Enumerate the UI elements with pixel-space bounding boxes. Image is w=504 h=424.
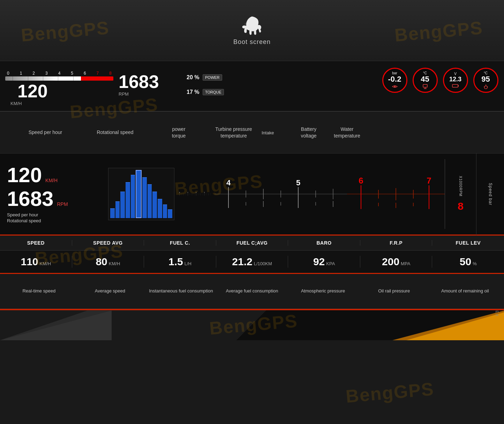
- svg-text:1: 1: [188, 192, 188, 193]
- footer-vertical-labels: E X: [495, 311, 499, 316]
- battery-voltage-label: Batteryvoltage: [289, 126, 328, 139]
- power-row: 20 % POWER: [187, 74, 241, 81]
- torque-label-text: torque: [172, 133, 186, 139]
- torque-row: 17 % TORQUE: [187, 89, 241, 95]
- rpm-area: 1683 RPM: [119, 73, 181, 99]
- svg-point-0: [394, 86, 396, 87]
- speed-unit: KM/H: [3, 101, 115, 106]
- bar-chart: [108, 168, 174, 220]
- rotational-speed-label: Rotational speed: [84, 129, 146, 135]
- sb-speed-value: 120: [7, 165, 42, 186]
- bl-avg-speed: Average speed: [75, 288, 146, 294]
- footer-stripe-left: [0, 311, 112, 340]
- svg-marker-77: [406, 312, 504, 340]
- dt-unit-speed-avg: KM/H: [109, 261, 120, 266]
- vert-label: E X: [495, 311, 499, 316]
- dt-cell-speed: 110 KM/H: [0, 256, 72, 268]
- temp1-gauge: °C 45: [412, 68, 438, 104]
- dt-header-fuel-cavg: FUEL C;AVG: [216, 240, 288, 246]
- voltage-icon: [452, 83, 459, 89]
- voltage-gauge: V 12.3: [442, 68, 468, 104]
- rpm-scale-red: 6 7: [347, 168, 445, 220]
- speed-bar-label: Speed bar: [488, 183, 493, 205]
- scale-8: 8: [109, 71, 112, 76]
- dt-val-fuel-c: 1.5: [168, 256, 183, 268]
- bl-oil-rail: Oil rail pressure: [359, 288, 430, 294]
- temp2-icon: [482, 84, 489, 89]
- svg-text:6: 6: [359, 176, 363, 185]
- sb-speed-label: Speed per hour: [7, 212, 101, 217]
- dt-header-fuel-lev: FUEL LEV: [432, 240, 504, 246]
- bl-realtime-speed: Real-time speed: [3, 288, 75, 294]
- battery-label-text: Batteryvoltage: [301, 126, 316, 138]
- rpm-scale: 0 1 2 3: [174, 168, 215, 220]
- bar-1: [110, 208, 115, 218]
- voltage-gauge-circle: V 12.3: [443, 68, 468, 93]
- bl-remaining-oil: Amount of remaining oil: [429, 288, 501, 294]
- dt-unit-fuel-lev: %: [473, 261, 477, 266]
- footer-stripe-right: [392, 311, 504, 340]
- svg-marker-75: [0, 311, 112, 340]
- power-label: POWER: [203, 74, 222, 81]
- svg-text:3: 3: [204, 192, 205, 193]
- header-section: Boot screen: [0, 0, 504, 61]
- scale-0: 0: [7, 71, 9, 76]
- bl-atm-pressure: Atmospheric pressure: [287, 288, 359, 294]
- gauge-bar-white: [5, 76, 81, 81]
- power-torque-label: power torque: [152, 126, 206, 139]
- dt-unit-speed: KM/H: [40, 261, 51, 266]
- temp1-value: 45: [421, 75, 429, 83]
- dt-header-baro: BARO: [288, 240, 360, 246]
- power-label-text: power: [172, 126, 185, 132]
- x1000-area: X1000RPM 8: [445, 159, 476, 229]
- speedbar-left: 120 KM/H 1683 RPM Speed per hour Rotatio…: [0, 158, 108, 230]
- rpm-scale-right-svg: 4 5: [215, 168, 347, 220]
- temp1-gauge-circle: °C 45: [413, 68, 438, 93]
- bar-3: [120, 192, 125, 218]
- power-torque-area: 20 % POWER 17 % TORQUE: [187, 74, 241, 98]
- labels-row: Speed per hour Rotational speed power to…: [0, 112, 504, 154]
- rpm-scale-red-svg: 6 7: [347, 168, 445, 220]
- footer-stripe-left-svg: [0, 311, 112, 340]
- gauge-bar: [5, 76, 113, 81]
- dt-val-frp: 200: [382, 256, 399, 268]
- dt-header-row: SPEED SPEED AVG FUEL C. FUEL C;AVG BARO …: [0, 236, 504, 251]
- dt-unit-fuel-cavg: L/100KM: [254, 261, 272, 266]
- bottom-labels-section: Real-time speed Average speed Instantane…: [0, 274, 504, 309]
- speed-display: 120: [3, 82, 115, 100]
- water-temperature-label: Watertemperature: [328, 126, 366, 139]
- dt-unit-frp: MPA: [401, 261, 410, 266]
- scale-8-red: 8: [458, 200, 464, 212]
- scale-7: 7: [97, 71, 99, 76]
- watermark-7: BengGPS: [345, 378, 435, 407]
- dashboard-section: 0 1 2 3 4 5 6 7 8 120: [0, 61, 504, 112]
- dt-cell-fuel-cavg: 21.2 L/100KM: [216, 256, 288, 268]
- turbine-pressure-label: Turbine pressure temperature: [206, 126, 262, 139]
- svg-rect-5: [458, 85, 459, 87]
- bar-5: [131, 175, 135, 218]
- scale-3: 3: [45, 71, 48, 76]
- svg-text:0: 0: [179, 192, 180, 193]
- dt-unit-fuel-c: L/H: [185, 261, 191, 266]
- turbine-label-text: Turbine pressure temperature: [215, 126, 252, 138]
- speedbar-section: 120 KM/H 1683 RPM Speed per hour Rotatio…: [0, 154, 504, 236]
- footer-top-line: [0, 309, 504, 310]
- gauge-bar-red: [81, 76, 113, 81]
- rpm-scale-right: 4 5: [215, 168, 347, 220]
- dt-header-frp: F.R.P: [360, 240, 432, 246]
- footer-section: E X: [0, 309, 504, 340]
- sb-speed-unit: KM/H: [45, 178, 58, 183]
- dt-val-speed: 110: [21, 256, 38, 268]
- horse-logo: [238, 15, 266, 36]
- speedbar-chart: 0 1 2 3: [108, 163, 445, 225]
- footer-stripe-right-svg: [392, 311, 504, 340]
- dt-val-fuel-lev: 50: [460, 256, 471, 268]
- dt-cell-fuel-lev: 50 %: [432, 256, 504, 268]
- dt-header-fuel-c: FUEL C.: [144, 240, 216, 246]
- temp1-icon: [422, 84, 429, 89]
- temp2-gauge-circle: °C 95: [473, 68, 498, 93]
- gauge-scale: 0 1 2 3 4 5 6 7 8: [3, 71, 115, 76]
- speed-per-hour-label: Speed per hour: [7, 129, 84, 135]
- bar-6: [136, 170, 142, 218]
- dt-cell-frp: 200 MPA: [360, 256, 432, 268]
